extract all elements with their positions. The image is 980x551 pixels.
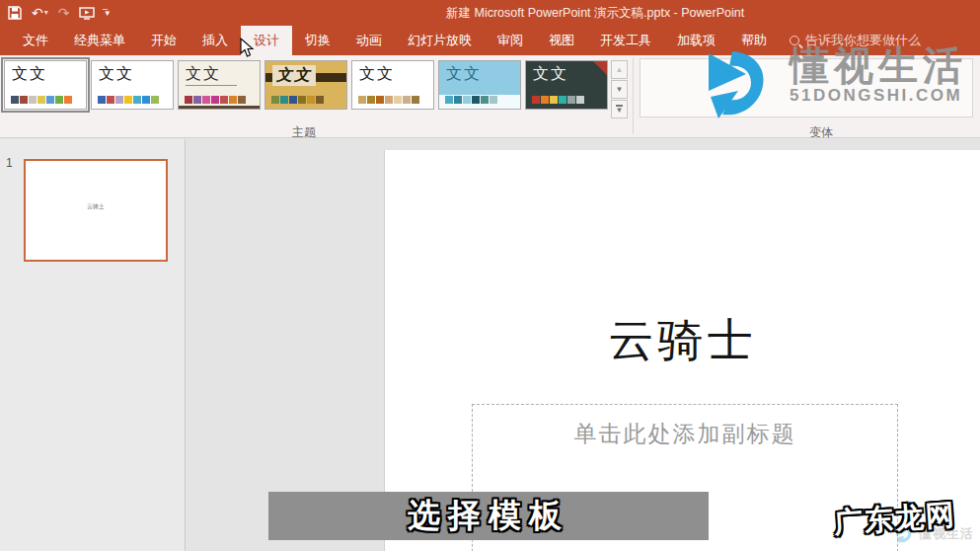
tab-6[interactable]: 动画 <box>343 26 395 55</box>
tab-12[interactable]: 帮助 <box>728 26 780 55</box>
powerpoint-window: ↶▾ ↷ ▾– 新建 Microsoft PowerPoint 演示文稿.ppt… <box>0 0 980 551</box>
redo-button[interactable]: ↷ <box>58 4 70 22</box>
tab-9[interactable]: 视图 <box>536 26 587 55</box>
tellme-label: 告诉我你想要做什么 <box>805 32 921 49</box>
theme-thumbnail-6[interactable]: 文文 <box>438 60 521 110</box>
theme-sample-text: 文文 <box>533 64 568 85</box>
theme-color-swatches <box>11 96 72 104</box>
start-slideshow-icon[interactable] <box>79 7 95 20</box>
gallery-more-icon[interactable]: ▼ <box>611 100 628 118</box>
tab-1[interactable]: 经典菜单 <box>61 26 138 55</box>
customize-qat-icon[interactable]: ▾– <box>105 4 114 22</box>
undo-button[interactable]: ↶▾ <box>32 4 48 22</box>
tab-2[interactable]: 开始 <box>138 26 189 55</box>
theme-thumbnail-1[interactable]: 文文 <box>4 60 87 110</box>
ribbon-design-panel: 文文文文文文文文文文文文文文 ▲ ▼ ▼ 主题 变体 <box>0 55 980 138</box>
theme-sample-text: 文文 <box>359 64 395 85</box>
theme-color-swatches <box>445 96 497 104</box>
theme-thumbnail-4[interactable]: 文文 <box>264 60 347 110</box>
theme-color-swatches <box>532 96 584 104</box>
slides-panel: 1 云骑士 <box>0 139 186 551</box>
tab-11[interactable]: 加载项 <box>664 26 728 55</box>
slide-number: 1 <box>6 156 13 170</box>
theme-gallery-scrollbar: ▲ ▼ ▼ <box>611 60 628 118</box>
tab-5[interactable]: 切换 <box>292 26 343 55</box>
video-caption-text: 选择模板 <box>408 494 569 538</box>
ribbon-tab-bar: 文件经典菜单开始插入设计切换动画幻灯片放映审阅视图开发工具加载项帮助告诉我你想要… <box>0 26 980 55</box>
window-title: 新建 Microsoft PowerPoint 演示文稿.pptx - Powe… <box>446 5 744 22</box>
tab-7[interactable]: 幻灯片放映 <box>395 26 485 55</box>
variant-thumbnail[interactable] <box>640 58 973 118</box>
tab-10[interactable]: 开发工具 <box>587 26 664 55</box>
tab-4[interactable]: 设计 <box>241 26 292 55</box>
tab-3[interactable]: 插入 <box>189 26 241 55</box>
slide-title-text[interactable]: 云骑士 <box>385 310 980 371</box>
tab-file[interactable]: 文件 <box>10 26 61 55</box>
theme-sample-text: 文文 <box>272 65 316 86</box>
gallery-scroll-down-icon[interactable]: ▼ <box>611 80 628 99</box>
title-bar: ↶▾ ↷ ▾– 新建 Microsoft PowerPoint 演示文稿.ppt… <box>0 0 980 26</box>
group-divider <box>633 57 634 134</box>
theme-color-swatches <box>358 96 419 104</box>
subtitle-placeholder-text: 单击此处添加副标题 <box>473 419 897 449</box>
theme-thumbnail-3[interactable]: 文文 <box>178 60 261 110</box>
theme-sample-text: 文文 <box>12 64 47 85</box>
theme-sample-text: 文文 <box>186 64 237 86</box>
tellme-search[interactable]: 告诉我你想要做什么 <box>780 26 931 55</box>
theme-sample-text: 文文 <box>446 64 482 85</box>
undo-dropdown-icon[interactable]: ▾ <box>44 4 48 22</box>
theme-color-swatches <box>98 96 159 104</box>
slide-thumbnail-1[interactable]: 云骑士 <box>24 159 168 262</box>
slide-thumbnail-title: 云骑士 <box>26 202 166 211</box>
theme-gallery: 文文文文文文文文文文文文文文 <box>4 60 608 110</box>
search-icon <box>790 36 799 45</box>
theme-color-swatches <box>185 96 246 104</box>
theme-thumbnail-7[interactable]: 文文 <box>525 60 608 110</box>
theme-color-swatches <box>271 96 324 104</box>
video-caption-bar: 选择模板 <box>268 492 709 540</box>
theme-thumbnail-5[interactable]: 文文 <box>351 60 434 110</box>
gallery-scroll-up-icon[interactable]: ▲ <box>611 60 628 79</box>
quick-access-toolbar: ↶▾ ↷ ▾– <box>8 3 114 23</box>
theme-sample-text: 文文 <box>99 64 134 85</box>
theme-thumbnail-2[interactable]: 文文 <box>91 60 174 110</box>
save-icon[interactable] <box>8 6 22 20</box>
tab-8[interactable]: 审阅 <box>485 26 536 55</box>
